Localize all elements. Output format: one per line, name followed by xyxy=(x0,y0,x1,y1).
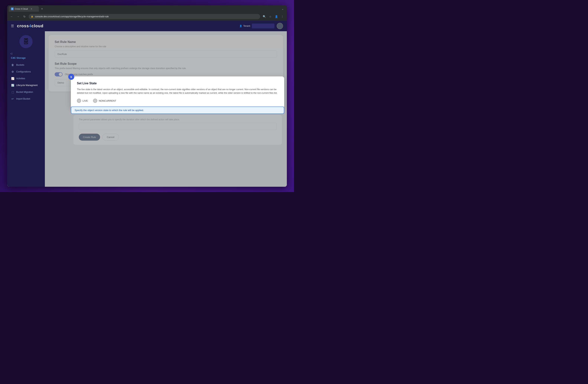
tab-menu-button[interactable]: ⌄ xyxy=(280,7,285,11)
sidebar-item-label: Lifecycle Managment xyxy=(16,84,38,87)
refresh-button[interactable]: ↻ xyxy=(22,14,27,19)
configurations-icon: ⚙ xyxy=(11,70,14,73)
radio-noncurrent[interactable]: NONCURRENT xyxy=(93,99,116,103)
app-content: ☰ cross4cloud 👤 Tenant: 🗄 ◁ C xyxy=(7,21,287,187)
logo-text-cross: cross xyxy=(17,23,29,28)
modal-description: The live state is the latest version of … xyxy=(77,88,278,95)
browser-menu-icon[interactable]: ⋮ xyxy=(280,14,285,19)
migration-icon: ⬚ xyxy=(11,91,14,94)
avatar[interactable] xyxy=(277,23,283,29)
url-text: console.dev.cross4cloud.com/app/storage/… xyxy=(35,15,109,18)
step-badge: 6 xyxy=(68,74,74,80)
sidebar-item-activities[interactable]: 📈 Activities xyxy=(7,75,45,82)
browser-tab[interactable]: 4 Cross 4 Cloud ✕ xyxy=(9,6,39,12)
radio-noncurrent-circle[interactable] xyxy=(93,99,97,103)
import-icon: ↩ xyxy=(11,97,14,100)
buckets-icon: 🗑 xyxy=(11,63,14,66)
logo-text-4: 4 xyxy=(29,23,31,28)
hamburger-menu[interactable]: ☰ xyxy=(11,24,14,28)
user-icon: 👤 xyxy=(239,25,242,27)
sidebar-item-lifecycle[interactable]: 🔄 Lifecycle Managment xyxy=(7,82,45,89)
sidebar-item-label: Import Bucket xyxy=(16,97,30,100)
set-live-state-modal: 6 Set Live State The live state is the l… xyxy=(71,77,284,108)
sidebar-nav: 🗑 Buckets ⚙ Configurations 📈 Activities … xyxy=(7,61,45,102)
lifecycle-icon: 🔄 xyxy=(11,84,14,87)
profile-icon[interactable]: 👤 xyxy=(274,14,278,19)
address-actions: 🔍 ☆ 👤 ⋮ xyxy=(262,14,285,19)
sidebar-item-label: Activities xyxy=(16,77,25,80)
radio-live[interactable]: LIVE xyxy=(77,99,88,103)
browser-window: 4 Cross 4 Cloud ✕ + ⌄ ← → ↻ 🔒 console.de… xyxy=(7,5,287,187)
back-button[interactable]: ← xyxy=(9,14,14,19)
sidebar-item-bucket-migration[interactable]: ⬚ Bucket Migration xyxy=(7,89,45,96)
sidebar: 🗄 ◁ C4C Storage 🗑 Buckets ⚙ Configuratio… xyxy=(7,31,45,187)
main-content: Set Rule Name Choose a descriptive and i… xyxy=(45,31,287,187)
main-layout: 🗄 ◁ C4C Storage 🗑 Buckets ⚙ Configuratio… xyxy=(7,31,287,187)
sidebar-item-configurations[interactable]: ⚙ Configurations xyxy=(7,68,45,75)
tab-favicon: 4 xyxy=(11,8,14,10)
logo-text-cloud: cloud xyxy=(31,23,43,28)
search-icon[interactable]: 🔍 xyxy=(262,14,267,19)
sidebar-item-label: Buckets xyxy=(16,64,24,66)
star-icon[interactable]: ☆ xyxy=(268,14,273,19)
modal-title: Set Live State xyxy=(77,82,278,85)
sidebar-item-label: Configurations xyxy=(16,70,31,73)
radio-live-label: LIVE xyxy=(83,99,88,102)
header-right: 👤 Tenant: xyxy=(239,23,283,29)
sidebar-collapse-button[interactable]: ◁ xyxy=(10,52,12,55)
tab-bar: 4 Cross 4 Cloud ✕ + ⌄ xyxy=(7,5,287,12)
sidebar-logo: 🗄 xyxy=(20,35,33,48)
app-logo: cross4cloud xyxy=(17,23,43,28)
activities-icon: 📈 xyxy=(11,77,14,80)
url-bar[interactable]: 🔒 console.dev.cross4cloud.com/app/storag… xyxy=(29,14,260,19)
radio-group: LIVE NONCURRENT xyxy=(77,99,278,103)
sidebar-item-buckets[interactable]: 🗑 Buckets xyxy=(7,61,45,68)
lock-icon: 🔒 xyxy=(31,16,33,18)
tab-close-button[interactable]: ✕ xyxy=(30,8,33,10)
radio-live-circle[interactable] xyxy=(77,99,81,103)
app-header: ☰ cross4cloud 👤 Tenant: xyxy=(7,21,287,31)
address-bar: ← → ↻ 🔒 console.dev.cross4cloud.com/app/… xyxy=(7,12,287,21)
forward-button[interactable]: → xyxy=(16,14,20,19)
tenant-input[interactable] xyxy=(252,23,274,28)
sidebar-item-import-bucket[interactable]: ↩ Import Bucket xyxy=(7,96,45,102)
sidebar-logo-icon: 🗄 xyxy=(23,38,29,45)
radio-noncurrent-label: NONCURRENT xyxy=(99,99,116,102)
tab-title: Cross 4 Cloud xyxy=(15,8,28,10)
sidebar-section-title: C4C Storage xyxy=(11,57,26,59)
tenant-label: 👤 Tenant: xyxy=(239,23,274,28)
tooltip-text: Specify the object version state to whic… xyxy=(75,109,144,112)
tooltip-bar: Specify the object version state to whic… xyxy=(71,107,284,114)
sidebar-item-label: Bucket Migration xyxy=(16,91,33,93)
new-tab-button[interactable]: + xyxy=(40,6,44,11)
